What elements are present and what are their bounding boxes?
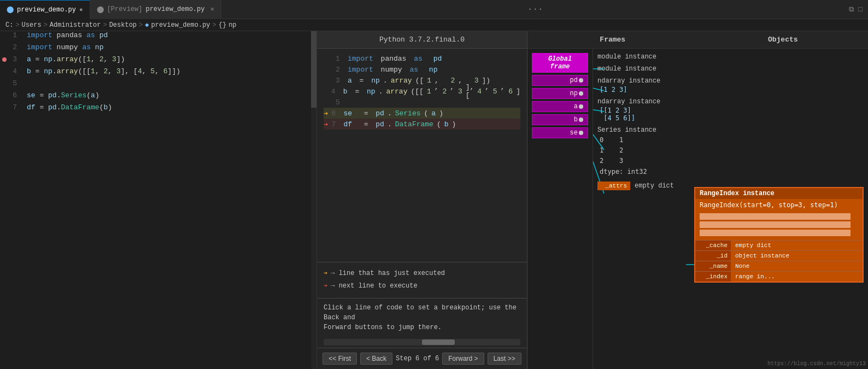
range-index-bars [695,211,863,240]
debug-line-1[interactable]: 1 import pandas as pd [324,53,520,64]
frame-var-se[interactable]: se [532,127,588,138]
editor-scroll-thumb[interactable] [311,31,316,108]
breadcrumb: C: > Users > Administrator > Desktop > ◆… [0,19,868,31]
frame-var-np-label: np [570,90,578,97]
restore-icon[interactable]: ⧉ [849,5,854,14]
editor-line-6[interactable]: 6 se = pd.Series(a) [0,91,316,103]
tab-editor-pin: ● [79,7,83,13]
global-frame-label: Global frame [548,55,572,71]
debug-pane: Python 3.7.2.final.0 1 import pandas as … [317,31,527,369]
var-dot-b [579,118,583,122]
tab-editor[interactable]: ⬤ preview_demo.py ● [0,0,90,19]
range-index-header-label: RangeIndex instance [700,190,775,197]
arrow-executed-icon: ➔ [324,109,328,118]
var-dot-se [579,131,583,135]
step-info: Step 6 of 6 [396,355,439,362]
debug-hint: Click a line of code to set a breakpoint… [317,298,527,337]
tab-preview[interactable]: ⬤ [Preview] preview_demo.py × [90,0,222,19]
breadcrumb-users[interactable]: Users [22,21,42,29]
editor-line-3[interactable]: 3 a = np.array([1, 2, 3]) [0,55,316,67]
obj-series-se-value: 0 1 1 2 2 3 dtype: int32 [597,135,864,177]
range-index-header: RangeIndex instance [695,188,863,199]
index-key-label: _index [695,272,731,282]
tab-preview-prefix: [Preview] [107,5,143,13]
legend-next-text: → next line to execute [331,280,417,292]
right-panel-header: Frames Objects [527,31,868,49]
id-val-label: object instance [731,251,794,261]
breadcrumb-np[interactable]: np [228,21,236,29]
obj-module-np: module instance [597,65,864,73]
frames-column: Global frame pd np a b [527,49,593,369]
editor-scrollbar[interactable] [311,31,316,369]
red-arrow-legend-icon: ➔ [324,280,327,292]
breadcrumb-file[interactable]: preview_demo.py [151,21,210,29]
name-key-label: _name [695,261,731,271]
range-bar-2 [700,221,851,228]
prop-row-id: _id object instance [695,250,863,261]
frame-var-pd-label: pd [570,77,578,84]
debug-line-7[interactable]: ➔ 7 df = pd.DataFrame(b) [324,119,520,130]
obj-ndarray-a-value: [1 2 3] [597,86,864,93]
editor-line-4[interactable]: 4 b = np.array([[1, 2, 3], [4, 5, 6]]) [0,67,316,79]
range-index-panel: RangeIndex instance RangeIndex(start=0, … [694,187,864,283]
top-bar: ⬤ preview_demo.py ● ⬤ [Preview] preview_… [0,0,868,19]
back-button[interactable]: < Back [360,353,392,365]
objects-header: Objects [698,31,869,48]
editor-line-1: 1 import pandas as pd [0,31,316,43]
debug-line-4[interactable]: 4 b = np.array([[1, 2, 3], [4, 5, 6] [324,86,520,97]
more-options-button[interactable]: ··· [522,4,549,14]
frame-var-b[interactable]: b [532,114,588,125]
breadcrumb-c[interactable]: C: [5,21,13,29]
name-val-label: None [731,261,754,271]
debug-scrollbar[interactable] [324,339,520,345]
debug-line-2[interactable]: 2 import numpy as np [324,64,520,75]
prop-row-index: _index range in... [695,271,863,282]
obj-module-pd: module instance [597,53,864,61]
right-panel-body: Global frame pd np a b [527,49,868,369]
obj-ndarray-a-label: ndarray instance [597,77,864,85]
obj-module-np-label: module instance [597,65,864,73]
frame-var-se-label: se [570,129,578,137]
right-panel: Frames Objects Global frame pd np a [527,31,868,369]
debug-line-6[interactable]: ➔ 6 se = pd.Series(a) [324,108,520,119]
arrow-next-icon: ➔ [324,120,328,129]
frame-var-a[interactable]: a [532,101,588,112]
first-button[interactable]: << First [322,353,357,365]
debug-line-3[interactable]: 3 a = np.array([1, 2, 3]) [324,75,520,86]
tab-preview-label: preview_demo.py [145,5,204,13]
editor-line-7[interactable]: 7 df = pd.DataFrame(b) [0,103,316,115]
id-key-label: _id [695,251,731,261]
cache-val-label: empty dict [731,241,776,250]
obj-ndarray-a: ndarray instance [1 2 3] [597,77,864,93]
objects-column: module instance module instance ndarray … [593,49,868,369]
global-frame[interactable]: Global frame [532,53,588,73]
prop-row-cache: _cache empty dict [695,240,863,250]
frame-var-pd[interactable]: pd [532,75,588,86]
attrs-key: _attrs [597,181,630,190]
tab-close-icon[interactable]: × [210,5,214,14]
breakpoint-dot[interactable] [2,57,7,62]
var-dot-a [579,104,583,109]
python-file-icon: ⬤ [7,5,14,14]
breadcrumb-admin[interactable]: Administrator [50,21,101,29]
legend-executed-text: → line that has just executed [331,268,445,280]
maximize-icon[interactable]: □ [858,5,863,14]
range-bar-3 [700,230,851,236]
breadcrumb-file-icon: ◆ [145,21,149,29]
editor-line-5: 5 [0,79,316,91]
last-button[interactable]: Last >> [488,353,521,365]
obj-ndarray-b-label: ndarray instance [597,98,864,106]
hint-text: Click a line of code to set a breakpoint… [324,304,517,331]
obj-ndarray-b: ndarray instance [[1 2 3] [4 5 6]] [597,98,864,122]
debug-scroll-thumb[interactable] [422,339,455,345]
forward-button[interactable]: Forward > [442,353,484,365]
breadcrumb-desktop[interactable]: Desktop [109,21,137,29]
debug-line-5: 5 [324,97,520,108]
frame-var-np[interactable]: np [532,88,588,99]
editor-content: 1 import pandas as pd 2 import numpy as … [0,31,316,115]
attrs-value: empty dict [635,182,674,190]
editor-pane: 1 import pandas as pd 2 import numpy as … [0,31,317,369]
frame-var-b-label: b [574,116,578,124]
debug-title: Python 3.7.2.final.0 [317,31,527,49]
prop-row-name: _name None [695,261,863,271]
